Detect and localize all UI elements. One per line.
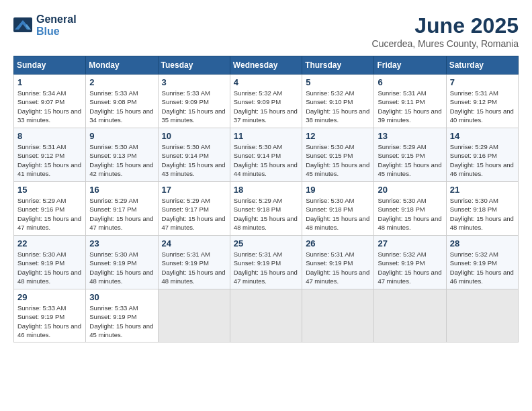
page-header: General Blue June 2025 Cucerdea, Mures C… [13,13,519,49]
day-info: Sunrise: 5:34 AMSunset: 9:07 PMDaylight:… [17,89,82,124]
day-info: Sunrise: 5:30 AMSunset: 9:18 PMDaylight:… [378,196,442,232]
column-header-sunday: Sunday [14,56,86,75]
day-number: 7 [450,77,515,87]
calendar-cell: 9Sunrise: 5:30 AMSunset: 9:13 PMDaylight… [86,128,158,182]
day-number: 26 [306,238,370,248]
column-header-monday: Monday [86,56,158,75]
calendar-cell [446,289,518,342]
day-info: Sunrise: 5:33 AMSunset: 9:09 PMDaylight:… [162,89,226,124]
title-area: June 2025 Cucerdea, Mures County, Romani… [372,13,519,49]
column-header-friday: Friday [374,56,446,75]
day-number: 19 [306,185,370,195]
day-number: 4 [234,77,298,87]
calendar-cell: 24Sunrise: 5:31 AMSunset: 9:19 PMDayligh… [158,236,230,289]
day-number: 11 [234,131,298,141]
day-number: 13 [378,131,442,141]
calendar-cell [302,289,374,342]
day-number: 3 [162,77,226,87]
calendar-cell: 7Sunrise: 5:31 AMSunset: 9:12 PMDaylight… [446,75,518,128]
day-number: 29 [17,292,82,302]
calendar-cell: 29Sunrise: 5:33 AMSunset: 9:19 PMDayligh… [14,289,86,342]
calendar-week-row: 29Sunrise: 5:33 AMSunset: 9:19 PMDayligh… [14,289,519,342]
day-info: Sunrise: 5:32 AMSunset: 9:19 PMDaylight:… [378,250,442,285]
calendar-cell: 16Sunrise: 5:29 AMSunset: 9:17 PMDayligh… [86,182,158,236]
calendar-cell: 21Sunrise: 5:30 AMSunset: 9:18 PMDayligh… [446,182,518,236]
day-info: Sunrise: 5:30 AMSunset: 9:19 PMDaylight:… [89,250,154,285]
day-info: Sunrise: 5:29 AMSunset: 9:17 PMDaylight:… [162,196,226,232]
day-info: Sunrise: 5:29 AMSunset: 9:18 PMDaylight:… [234,196,298,232]
calendar-week-row: 8Sunrise: 5:31 AMSunset: 9:12 PMDaylight… [14,128,519,182]
column-header-tuesday: Tuesday [158,56,230,75]
calendar-cell: 19Sunrise: 5:30 AMSunset: 9:18 PMDayligh… [302,182,374,236]
day-info: Sunrise: 5:31 AMSunset: 9:11 PMDaylight:… [378,89,442,124]
day-info: Sunrise: 5:30 AMSunset: 9:18 PMDaylight:… [306,196,370,232]
day-number: 2 [89,77,154,87]
day-number: 24 [162,238,226,248]
day-info: Sunrise: 5:29 AMSunset: 9:16 PMDaylight:… [17,196,82,232]
svg-rect-0 [13,17,32,32]
day-info: Sunrise: 5:31 AMSunset: 9:12 PMDaylight:… [17,142,82,178]
logo: General Blue [13,13,77,38]
column-header-thursday: Thursday [302,56,374,75]
day-number: 16 [89,185,154,195]
day-number: 23 [89,238,154,248]
day-info: Sunrise: 5:31 AMSunset: 9:19 PMDaylight:… [306,250,370,285]
day-number: 30 [89,292,154,302]
day-number: 8 [17,131,82,141]
calendar-week-row: 15Sunrise: 5:29 AMSunset: 9:16 PMDayligh… [14,182,519,236]
column-header-wednesday: Wednesday [230,56,302,75]
calendar-cell [230,289,302,342]
day-number: 25 [234,238,298,248]
calendar-cell: 13Sunrise: 5:29 AMSunset: 9:15 PMDayligh… [374,128,446,182]
day-number: 17 [162,185,226,195]
calendar-cell: 15Sunrise: 5:29 AMSunset: 9:16 PMDayligh… [14,182,86,236]
day-info: Sunrise: 5:32 AMSunset: 9:19 PMDaylight:… [450,250,515,285]
calendar-table: SundayMondayTuesdayWednesdayThursdayFrid… [13,56,519,342]
logo-icon [13,17,34,34]
calendar-cell: 8Sunrise: 5:31 AMSunset: 9:12 PMDaylight… [14,128,86,182]
calendar-week-row: 1Sunrise: 5:34 AMSunset: 9:07 PMDaylight… [14,75,519,128]
day-info: Sunrise: 5:32 AMSunset: 9:10 PMDaylight:… [306,89,370,124]
day-number: 10 [162,131,226,141]
day-number: 14 [450,131,515,141]
calendar-cell: 28Sunrise: 5:32 AMSunset: 9:19 PMDayligh… [446,236,518,289]
day-number: 6 [378,77,442,87]
location-title: Cucerdea, Mures County, Romania [372,38,519,49]
day-number: 28 [450,238,515,248]
calendar-cell: 12Sunrise: 5:30 AMSunset: 9:15 PMDayligh… [302,128,374,182]
day-info: Sunrise: 5:30 AMSunset: 9:18 PMDaylight:… [450,196,515,232]
calendar-cell: 25Sunrise: 5:31 AMSunset: 9:19 PMDayligh… [230,236,302,289]
calendar-week-row: 22Sunrise: 5:30 AMSunset: 9:19 PMDayligh… [14,236,519,289]
day-number: 22 [17,238,82,248]
day-info: Sunrise: 5:30 AMSunset: 9:14 PMDaylight:… [162,142,226,178]
day-info: Sunrise: 5:31 AMSunset: 9:19 PMDaylight:… [162,250,226,285]
day-number: 20 [378,185,442,195]
calendar-cell: 22Sunrise: 5:30 AMSunset: 9:19 PMDayligh… [14,236,86,289]
calendar-cell: 4Sunrise: 5:32 AMSunset: 9:09 PMDaylight… [230,75,302,128]
day-info: Sunrise: 5:31 AMSunset: 9:12 PMDaylight:… [450,89,515,124]
day-info: Sunrise: 5:31 AMSunset: 9:19 PMDaylight:… [234,250,298,285]
day-info: Sunrise: 5:29 AMSunset: 9:15 PMDaylight:… [378,142,442,178]
day-info: Sunrise: 5:33 AMSunset: 9:08 PMDaylight:… [89,89,154,124]
day-info: Sunrise: 5:30 AMSunset: 9:13 PMDaylight:… [89,142,154,178]
month-title: June 2025 [372,13,519,38]
calendar-cell: 30Sunrise: 5:33 AMSunset: 9:19 PMDayligh… [86,289,158,342]
calendar-cell: 27Sunrise: 5:32 AMSunset: 9:19 PMDayligh… [374,236,446,289]
day-info: Sunrise: 5:29 AMSunset: 9:16 PMDaylight:… [450,142,515,178]
calendar-header-row: SundayMondayTuesdayWednesdayThursdayFrid… [14,56,519,75]
day-info: Sunrise: 5:29 AMSunset: 9:17 PMDaylight:… [89,196,154,232]
calendar-cell: 20Sunrise: 5:30 AMSunset: 9:18 PMDayligh… [374,182,446,236]
calendar-cell: 23Sunrise: 5:30 AMSunset: 9:19 PMDayligh… [86,236,158,289]
day-info: Sunrise: 5:33 AMSunset: 9:19 PMDaylight:… [89,304,154,339]
day-info: Sunrise: 5:33 AMSunset: 9:19 PMDaylight:… [17,304,82,339]
column-header-saturday: Saturday [446,56,518,75]
day-number: 21 [450,185,515,195]
calendar-cell: 1Sunrise: 5:34 AMSunset: 9:07 PMDaylight… [14,75,86,128]
day-number: 12 [306,131,370,141]
logo-text: General Blue [36,13,77,38]
calendar-cell [374,289,446,342]
day-number: 27 [378,238,442,248]
calendar-cell: 3Sunrise: 5:33 AMSunset: 9:09 PMDaylight… [158,75,230,128]
calendar-cell: 5Sunrise: 5:32 AMSunset: 9:10 PMDaylight… [302,75,374,128]
day-number: 1 [17,77,82,87]
